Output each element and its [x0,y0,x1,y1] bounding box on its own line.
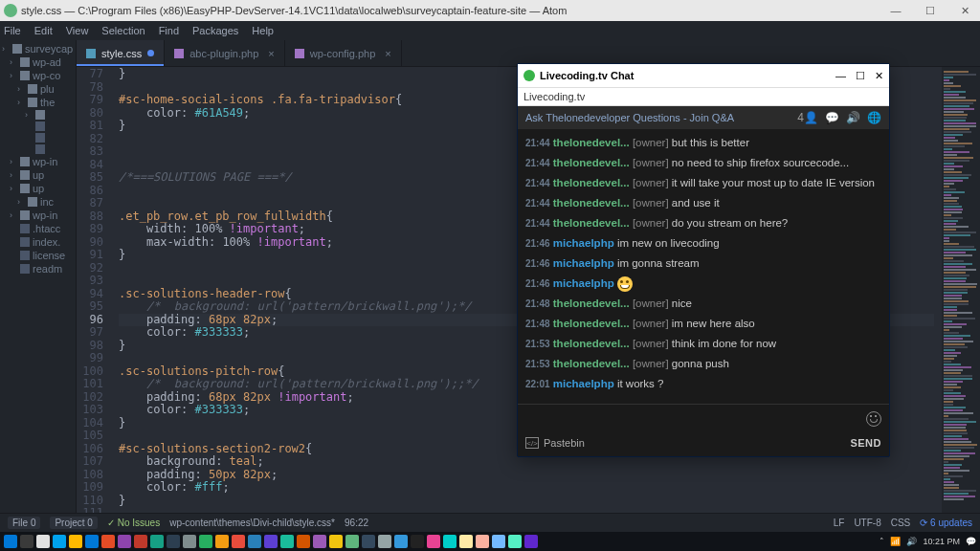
taskbar-app-18[interactable] [297,535,310,548]
taskbar-app-5[interactable] [85,535,99,548]
taskbar-app-26[interactable] [427,535,440,548]
tree-item[interactable]: ›up [0,168,76,182]
status-project[interactable]: Project 0 [50,517,97,529]
taskbar-app-27[interactable] [443,535,457,548]
taskbar-app-12[interactable] [199,535,212,548]
tree-item[interactable]: ›up [0,182,76,195]
chat-close[interactable]: ✕ [875,70,883,82]
windows-taskbar[interactable]: ˄ 📶 🔊 10:21 PM 💬 [0,532,980,551]
status-encoding[interactable]: UTF-8 [854,518,880,528]
status-issues[interactable]: ✓ No Issues [107,518,160,528]
chat-maximize[interactable]: ☐ [856,70,865,82]
taskbar-app-9[interactable] [150,535,164,548]
pastebin-button[interactable]: </>Pastebin [525,437,585,449]
menu-file[interactable]: File [4,25,21,36]
status-file[interactable]: File 0 [8,517,40,529]
sound-icon[interactable]: 🔊 [846,111,860,124]
menu-find[interactable]: Find [159,25,179,36]
minimap[interactable] [942,67,980,513]
chat-icon[interactable]: 💬 [825,111,839,124]
taskbar-app-16[interactable] [264,535,278,548]
tree-item[interactable]: ›the [0,96,76,109]
tree-item[interactable]: ›wp-in [0,209,76,222]
taskbar-app-32[interactable] [524,535,538,548]
tree-item[interactable]: ›wp-co [0,69,76,82]
close-tab-icon[interactable]: × [268,48,274,59]
taskbar-app-28[interactable] [459,535,473,548]
tree-item[interactable]: ›inc [0,195,76,209]
taskbar-app-30[interactable] [492,535,505,548]
taskbar-app-20[interactable] [329,535,343,548]
taskbar-app-14[interactable] [232,535,245,548]
tab-abc-plugin-php[interactable]: abc-plugin.php× [165,40,285,66]
status-updates[interactable]: ⟳ 6 updates [920,518,972,528]
tab-style-css[interactable]: style.css [77,40,165,66]
taskbar-app-13[interactable] [215,535,229,548]
taskbar-app-3[interactable] [53,535,66,548]
chat-minimize[interactable]: — [835,70,846,82]
chat-ask-text[interactable]: Ask Thelonedeveloper Questions - Join Q&… [525,112,734,123]
tray-wifi-icon[interactable]: 📶 [890,537,901,546]
menu-edit[interactable]: Edit [34,25,53,36]
tray-time[interactable]: 10:21 PM [923,537,960,546]
tray-sound-icon[interactable]: 🔊 [906,537,917,546]
tree-item[interactable]: index. [0,235,76,249]
taskbar-app-6[interactable] [101,535,115,548]
tree-item[interactable] [0,143,76,155]
chat-ask-bar[interactable]: Ask Thelonedeveloper Questions - Join Q&… [518,106,889,129]
tree-item[interactable]: › [0,109,76,121]
window-title: style.css — C:\Program Files (x86)\EasyP… [21,5,567,16]
taskbar-app-0[interactable] [4,535,17,548]
tree-item[interactable] [0,121,76,132]
tab-wp-config-php[interactable]: wp-config.php× [285,40,402,66]
chat-titlebar[interactable]: Livecoding.tv Chat — ☐ ✕ [518,64,889,87]
globe-icon[interactable]: 🌐 [867,111,881,124]
taskbar-app-10[interactable] [167,535,180,548]
tree-item[interactable]: ›surveycap [0,42,76,55]
chat-message: 21:46 michaelphp [525,274,881,294]
menu-packages[interactable]: Packages [192,25,238,36]
status-language[interactable]: CSS [891,518,911,528]
send-button[interactable]: SEND [850,437,881,449]
menu-selection[interactable]: Selection [101,25,145,36]
tree-item[interactable]: ›wp-ad [0,55,76,69]
window-close[interactable]: ✕ [953,5,976,17]
taskbar-app-23[interactable] [378,535,391,548]
tree-item[interactable]: .htacc [0,222,76,235]
taskbar-app-29[interactable] [476,535,489,548]
modified-indicator-icon [147,50,154,56]
chat-input[interactable] [525,408,881,430]
window-minimize[interactable]: — [884,5,907,17]
taskbar-app-7[interactable] [118,535,131,548]
taskbar-app-19[interactable] [313,535,326,548]
close-tab-icon[interactable]: × [385,48,390,59]
taskbar-app-24[interactable] [394,535,408,548]
taskbar-app-31[interactable] [508,535,522,548]
emoji-picker-icon[interactable] [866,411,881,427]
taskbar-app-15[interactable] [248,535,261,548]
tree-item[interactable]: readm [0,262,76,276]
taskbar-app-8[interactable] [134,535,147,548]
status-lf[interactable]: LF [834,518,845,528]
chat-messages[interactable]: 21:44 thelonedevel... [owner] but this i… [518,129,889,404]
tree-item[interactable] [0,132,76,143]
taskbar-app-22[interactable] [362,535,375,548]
taskbar-app-17[interactable] [280,535,294,548]
tree-item[interactable]: ›plu [0,82,76,96]
tree-item[interactable]: license [0,249,76,262]
taskbar-app-21[interactable] [345,535,359,548]
tree-item[interactable]: ›wp-in [0,155,76,168]
taskbar-app-1[interactable] [20,535,33,548]
taskbar-app-4[interactable] [69,535,82,548]
taskbar-app-2[interactable] [36,535,50,548]
tray-notifications-icon[interactable]: 💬 [966,537,976,546]
taskbar-app-25[interactable] [411,535,424,548]
taskbar-app-11[interactable] [183,535,196,548]
chat-window[interactable]: Livecoding.tv Chat — ☐ ✕ Livecoding.tv A… [517,63,890,457]
viewers-icon[interactable]: 4👤 [797,111,818,124]
window-maximize[interactable]: ☐ [919,5,942,17]
tree-view[interactable]: ›surveycap›wp-ad›wp-co›plu›the››wp-in›up… [0,40,77,513]
tray-up-icon[interactable]: ˄ [880,537,884,546]
menu-help[interactable]: Help [252,25,274,36]
menu-view[interactable]: View [66,25,89,36]
